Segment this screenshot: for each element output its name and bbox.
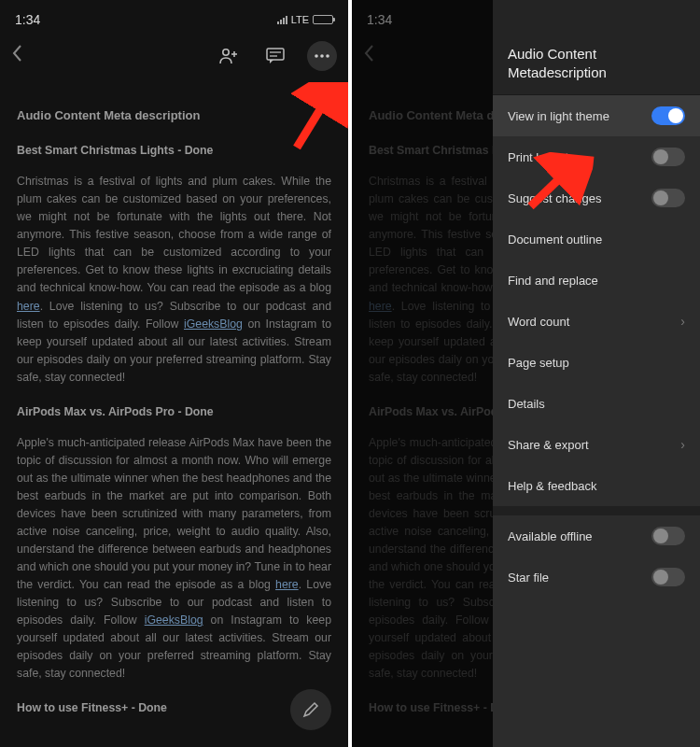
svg-point-0 — [223, 49, 229, 55]
section-heading: How to use Fitness+ - Done — [17, 699, 331, 717]
section-body: Christmas is a festival of lights and pl… — [17, 173, 331, 387]
phone-left: 1:34 LTE Audio Content Meta description — [0, 0, 348, 747]
comment-icon[interactable] — [260, 41, 290, 71]
status-bar: 1:34 LTE — [0, 0, 348, 34]
svg-point-6 — [315, 54, 318, 58]
network-label: LTE — [291, 14, 309, 25]
chevron-right-icon: › — [680, 437, 685, 452]
menu-divider — [493, 506, 700, 515]
menu-item-view-light-theme[interactable]: View in light theme — [493, 95, 700, 136]
doc-title: Audio Content Meta description — [17, 106, 331, 125]
menu-item-print-layout[interactable]: Print layout — [493, 136, 700, 177]
menu-item-label: Suggest changes — [508, 191, 601, 205]
chevron-right-icon: › — [680, 314, 685, 329]
edit-fab[interactable] — [290, 689, 331, 730]
svg-point-7 — [320, 54, 324, 58]
body-link-here[interactable]: here — [275, 578, 299, 591]
toggle-off-icon[interactable] — [651, 568, 685, 586]
overflow-menu: Audio Content Metadescription View in li… — [493, 0, 700, 747]
menu-item-help-feedback[interactable]: Help & feedback — [493, 465, 700, 506]
svg-rect-3 — [267, 49, 284, 60]
menu-item-label: Find and replace — [508, 274, 598, 288]
body-link-here[interactable]: here — [17, 300, 40, 313]
body-link-igeeksblog[interactable]: iGeeksBlog — [145, 613, 203, 627]
phone-right: 1:34 LTE Audio Content Meta description … — [352, 0, 700, 747]
battery-icon — [313, 15, 333, 24]
section-body: Apple's much-anticipated release AirPods… — [17, 434, 331, 684]
menu-item-find-replace[interactable]: Find and replace — [493, 260, 700, 301]
menu-item-label: Available offline — [508, 529, 593, 543]
menu-item-word-count[interactable]: Word count › — [493, 301, 700, 342]
menu-item-label: Word count — [508, 315, 569, 329]
menu-item-label: Details — [508, 397, 545, 411]
menu-item-available-offline[interactable]: Available offline — [493, 515, 700, 557]
toolbar — [0, 34, 348, 78]
menu-item-suggest-changes[interactable]: Suggest changes — [493, 177, 700, 218]
toggle-off-icon[interactable] — [651, 148, 685, 166]
menu-item-label: Page setup — [508, 356, 569, 370]
document-body[interactable]: Audio Content Meta description Best Smar… — [0, 78, 348, 747]
menu-title: Audio Content Metadescription — [493, 0, 700, 95]
menu-item-label: View in light theme — [508, 109, 609, 123]
menu-item-label: Help & feedback — [508, 479, 596, 493]
body-link-igeeksblog[interactable]: iGeeksBlog — [184, 317, 243, 331]
status-right: LTE — [277, 14, 333, 25]
menu-item-document-outline[interactable]: Document outline — [493, 218, 700, 260]
menu-item-label: Print layout — [508, 150, 568, 164]
menu-item-details[interactable]: Details — [493, 383, 700, 424]
menu-item-label: Share & export — [508, 438, 589, 452]
section-heading: Best Smart Christmas Lights - Done — [17, 142, 331, 160]
menu-item-page-setup[interactable]: Page setup — [493, 342, 700, 383]
back-button[interactable] — [11, 44, 24, 67]
toggle-off-icon[interactable] — [651, 527, 685, 545]
add-person-icon[interactable] — [214, 41, 244, 71]
more-menu-button[interactable] — [307, 41, 337, 71]
menu-item-label: Star file — [508, 571, 549, 585]
svg-point-8 — [326, 54, 329, 58]
menu-item-star-file[interactable]: Star file — [493, 557, 700, 598]
section-heading: AirPods Max vs. AirPods Pro - Done — [17, 403, 331, 421]
menu-item-label: Document outline — [508, 233, 602, 247]
toggle-off-icon[interactable] — [651, 189, 685, 207]
toggle-on-icon[interactable] — [651, 106, 685, 125]
menu-item-share-export[interactable]: Share & export › — [493, 424, 700, 465]
status-time: 1:34 — [15, 12, 40, 27]
signal-icon — [277, 16, 287, 24]
